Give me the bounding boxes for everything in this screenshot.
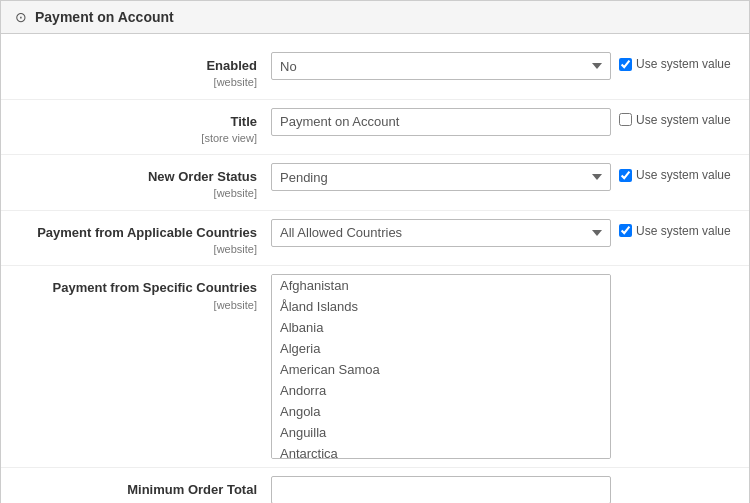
country-item[interactable]: Afghanistan xyxy=(272,275,610,296)
order-status-select[interactable]: Pending Processing Complete xyxy=(271,163,611,191)
specific-countries-label-col: Payment from Specific Countries [website… xyxy=(1,274,271,313)
min-order-field xyxy=(271,476,619,503)
min-order-row: Minimum Order Total [website] xyxy=(1,468,749,503)
title-field xyxy=(271,108,619,136)
country-item[interactable]: Antarctica xyxy=(272,443,610,459)
title-use-system-checkbox[interactable] xyxy=(619,113,632,126)
specific-countries-label: Payment from Specific Countries xyxy=(1,279,257,297)
applicable-countries-label: Payment from Applicable Countries xyxy=(1,224,257,242)
order-status-label-col: New Order Status [website] xyxy=(1,163,271,202)
country-item[interactable]: Åland Islands xyxy=(272,296,610,317)
enabled-field: No Yes xyxy=(271,52,619,80)
enabled-label: Enabled xyxy=(1,57,257,75)
enabled-use-system-checkbox[interactable] xyxy=(619,58,632,71)
country-item[interactable]: Anguilla xyxy=(272,422,610,443)
title-label-col: Title [store view] xyxy=(1,108,271,147)
applicable-countries-use-system-checkbox[interactable] xyxy=(619,224,632,237)
country-item[interactable]: Andorra xyxy=(272,380,610,401)
min-order-scope: [website] xyxy=(1,500,257,504)
applicable-countries-scope: [website] xyxy=(1,242,257,257)
applicable-countries-label-col: Payment from Applicable Countries [websi… xyxy=(1,219,271,258)
title-input[interactable] xyxy=(271,108,611,136)
country-item[interactable]: Algeria xyxy=(272,338,610,359)
min-order-use-system xyxy=(619,476,749,481)
applicable-countries-use-system-label: Use system value xyxy=(636,224,731,238)
specific-countries-row: Payment from Specific Countries [website… xyxy=(1,266,749,468)
order-status-use-system: Use system value xyxy=(619,163,749,182)
specific-countries-scope: [website] xyxy=(1,298,257,313)
order-status-field: Pending Processing Complete xyxy=(271,163,619,191)
title-row: Title [store view] Use system value xyxy=(1,100,749,156)
title-label: Title xyxy=(1,113,257,131)
title-use-system: Use system value xyxy=(619,108,749,127)
specific-countries-use-system xyxy=(619,274,749,279)
form-body: Enabled [website] No Yes Use system valu… xyxy=(1,34,749,503)
order-status-use-system-checkbox[interactable] xyxy=(619,169,632,182)
min-order-label-col: Minimum Order Total [website] xyxy=(1,476,271,503)
page-container: ⊙ Payment on Account Enabled [website] N… xyxy=(0,0,750,503)
specific-countries-field: AfghanistanÅland IslandsAlbaniaAlgeriaAm… xyxy=(271,274,619,459)
country-item[interactable]: Albania xyxy=(272,317,610,338)
applicable-countries-use-system: Use system value xyxy=(619,219,749,238)
enabled-label-col: Enabled [website] xyxy=(1,52,271,91)
title-scope: [store view] xyxy=(1,131,257,146)
country-item[interactable]: American Samoa xyxy=(272,359,610,380)
order-status-use-system-label: Use system value xyxy=(636,168,731,182)
country-item[interactable]: Angola xyxy=(272,401,610,422)
enabled-select[interactable]: No Yes xyxy=(271,52,611,80)
order-status-row: New Order Status [website] Pending Proce… xyxy=(1,155,749,211)
order-status-scope: [website] xyxy=(1,186,257,201)
min-order-label: Minimum Order Total xyxy=(1,481,257,499)
enabled-use-system: Use system value xyxy=(619,52,749,71)
section-header: ⊙ Payment on Account xyxy=(1,1,749,34)
order-status-label: New Order Status xyxy=(1,168,257,186)
title-use-system-label: Use system value xyxy=(636,113,731,127)
min-order-input[interactable] xyxy=(271,476,611,503)
applicable-countries-row: Payment from Applicable Countries [websi… xyxy=(1,211,749,267)
applicable-countries-select[interactable]: All Allowed Countries Specific Countries xyxy=(271,219,611,247)
specific-countries-listbox[interactable]: AfghanistanÅland IslandsAlbaniaAlgeriaAm… xyxy=(271,274,611,459)
toggle-icon[interactable]: ⊙ xyxy=(15,9,27,25)
enabled-scope: [website] xyxy=(1,75,257,90)
section-title: Payment on Account xyxy=(35,9,174,25)
applicable-countries-field: All Allowed Countries Specific Countries xyxy=(271,219,619,247)
enabled-use-system-label: Use system value xyxy=(636,57,731,71)
enabled-row: Enabled [website] No Yes Use system valu… xyxy=(1,44,749,100)
